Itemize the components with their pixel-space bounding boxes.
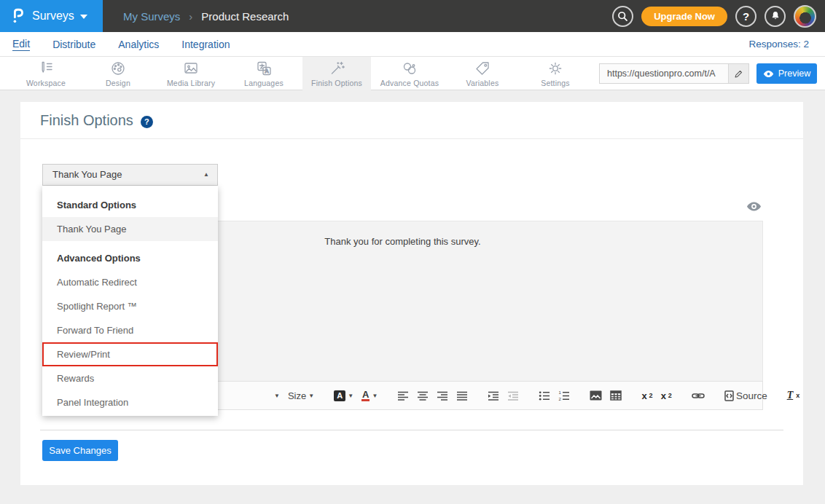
svg-text:2: 2 — [559, 396, 562, 401]
search-icon — [617, 10, 629, 23]
outdent-icon — [507, 390, 519, 401]
ribbon-item-advance-quotas[interactable]: Advance Quotas — [375, 57, 444, 90]
ribbon-item-design[interactable]: Design — [84, 57, 152, 90]
table-icon — [610, 390, 622, 401]
link-icon — [692, 392, 705, 400]
preview-button[interactable]: Preview — [756, 63, 817, 84]
bell-icon — [770, 10, 781, 22]
survey-nav-tabs: Edit Distribute Analytics Integration Re… — [0, 32, 825, 57]
notifications-button[interactable] — [765, 6, 786, 27]
breadcrumb-separator-icon: › — [189, 10, 192, 23]
breadcrumb-current: Product Research — [201, 10, 289, 23]
search-button[interactable] — [612, 6, 633, 27]
remove-format-button[interactable]: Tx — [787, 390, 800, 401]
menu-item-forward-to-friend[interactable]: Forward To Friend — [42, 318, 218, 342]
tab-analytics[interactable]: Analytics — [118, 39, 159, 50]
survey-url-field[interactable]: https://questionpro.com/t/A — [599, 63, 749, 84]
responses-count: Responses: 2 — [748, 39, 809, 50]
variables-icon — [474, 60, 491, 77]
subscript-button[interactable]: x2 — [641, 391, 652, 401]
editor-preview-eye-icon[interactable] — [746, 201, 762, 212]
survey-url-value[interactable]: https://questionpro.com/t/A — [600, 64, 728, 83]
menu-group-advanced-options: Advanced Options — [42, 246, 218, 270]
ribbon-item-variables[interactable]: Variables — [448, 57, 517, 90]
align-left-button[interactable] — [397, 390, 409, 401]
menu-item-rewards[interactable]: Rewards — [42, 366, 218, 390]
numbered-list-icon: 1 2 — [558, 390, 570, 401]
ribbon-item-settings[interactable]: Settings — [521, 57, 590, 90]
questionpro-logo-icon — [10, 7, 26, 25]
tab-distribute[interactable]: Distribute — [52, 39, 95, 50]
background-color-icon: A — [334, 390, 345, 401]
text-color-icon: A — [361, 390, 370, 401]
superscript-button[interactable]: x2 — [661, 391, 672, 401]
source-icon — [724, 390, 734, 401]
align-right-icon — [437, 390, 448, 401]
settings-icon — [547, 60, 564, 77]
align-center-button[interactable] — [417, 390, 429, 401]
questionpro-app: Surveys My Surveys › Product Research Up… — [0, 0, 825, 504]
font-dropdown-caret[interactable]: ▼ — [274, 393, 280, 399]
ribbon-item-workspace[interactable]: Workspace — [12, 57, 80, 90]
app-label: Surveys — [32, 9, 74, 23]
top-header: Surveys My Surveys › Product Research Up… — [0, 0, 825, 32]
finish-options-panel: Finish Options ? Thank you for completin… — [20, 102, 803, 485]
source-button[interactable]: Source — [724, 390, 767, 401]
insert-image-button[interactable] — [590, 390, 602, 401]
finish-options-icon — [328, 60, 345, 77]
design-icon — [109, 60, 127, 77]
insert-table-button[interactable] — [610, 390, 622, 401]
align-left-icon — [397, 390, 409, 401]
size-dropdown[interactable]: Size▼ — [288, 390, 314, 401]
background-color-button[interactable]: A▼ — [334, 390, 353, 401]
edit-url-button[interactable] — [728, 64, 748, 83]
languages-icon: A — [255, 60, 273, 77]
indent-button[interactable] — [488, 390, 499, 401]
dropdown-up-arrow-icon: ▲ — [203, 165, 209, 185]
bulleted-list-button[interactable] — [539, 390, 550, 401]
preview-eye-icon — [763, 70, 774, 78]
text-color-button[interactable]: A▼ — [361, 390, 378, 401]
align-right-button[interactable] — [437, 390, 448, 401]
remove-format-icon: T — [787, 390, 794, 401]
tab-edit[interactable]: Edit — [12, 38, 30, 51]
menu-item-review-print[interactable]: Review/Print — [42, 342, 218, 366]
menu-item-panel-integration[interactable]: Panel Integration — [42, 390, 218, 414]
product-switcher[interactable]: Surveys — [0, 0, 103, 32]
ribbon-item-languages[interactable]: A Languages — [230, 57, 298, 90]
question-icon: ? — [743, 10, 749, 23]
help-circle-icon[interactable]: ? — [141, 116, 153, 128]
title-divider — [20, 138, 803, 139]
menu-item-thank-you-page[interactable]: Thank You Page — [42, 217, 218, 241]
upgrade-now-button[interactable]: Upgrade Now — [641, 7, 727, 26]
indent-icon — [488, 390, 499, 401]
justify-icon — [456, 390, 468, 401]
menu-group-standard-options: Standard Options — [42, 193, 218, 217]
finish-option-select[interactable]: Thank You Page ▲ — [42, 164, 218, 186]
tab-integration[interactable]: Integration — [181, 39, 230, 50]
avatar[interactable] — [794, 5, 816, 28]
help-button[interactable]: ? — [735, 6, 756, 27]
ribbon-item-media-library[interactable]: Media Library — [157, 57, 225, 90]
breadcrumb: My Surveys › Product Research — [123, 10, 289, 23]
breadcrumb-parent[interactable]: My Surveys — [123, 10, 180, 23]
ribbon-item-finish-options[interactable]: Finish Options — [302, 57, 371, 90]
section-divider — [40, 430, 783, 430]
insert-link-button[interactable] — [692, 392, 705, 400]
align-center-icon — [417, 390, 429, 401]
workspace-icon — [37, 60, 55, 77]
chevron-down-icon — [80, 15, 87, 19]
save-changes-button[interactable]: Save Changes — [42, 440, 118, 461]
justify-button[interactable] — [456, 390, 468, 401]
media-library-icon — [182, 60, 200, 77]
edit-ribbon: Workspace Design Media Library A Languag… — [0, 57, 825, 90]
image-icon — [590, 390, 602, 401]
numbered-list-button[interactable]: 1 2 — [558, 390, 570, 401]
finish-option-menu: Standard Options Thank You Page Advanced… — [42, 186, 218, 416]
advance-quotas-icon — [401, 60, 418, 77]
outdent-button[interactable] — [507, 390, 519, 401]
superscript-icon: x — [661, 391, 666, 401]
menu-item-automatic-redirect[interactable]: Automatic Redirect — [42, 270, 218, 294]
edit-url-pencil-icon — [734, 69, 743, 79]
menu-item-spotlight-report[interactable]: Spotlight Report ™ — [42, 294, 218, 318]
